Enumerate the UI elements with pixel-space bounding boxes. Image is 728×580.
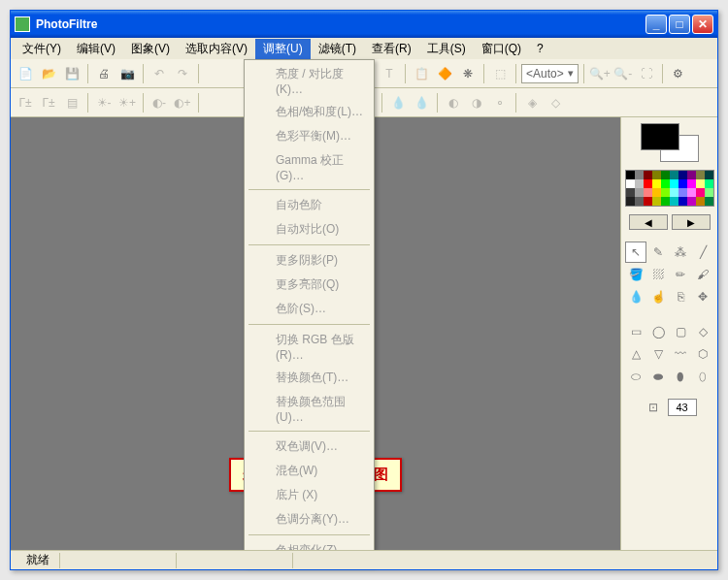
eyedropper-tool[interactable]: ✎ bbox=[647, 242, 669, 263]
palette-cell[interactable] bbox=[687, 188, 696, 197]
menu-file[interactable]: 文件(Y) bbox=[15, 39, 69, 59]
zoom-in-button[interactable]: 🔍+ bbox=[589, 63, 611, 84]
variation-button[interactable]: ◈ bbox=[521, 92, 543, 113]
plugin-button[interactable]: ❋ bbox=[457, 63, 479, 84]
menu-adjust[interactable]: 调整(U) bbox=[255, 39, 311, 59]
palette-cell[interactable] bbox=[687, 197, 696, 206]
color-palette[interactable] bbox=[625, 170, 714, 207]
gamma-plus-button[interactable]: Γ± bbox=[38, 92, 59, 113]
close-button[interactable]: ✕ bbox=[692, 15, 713, 34]
menu-hue-saturation[interactable]: 色相/饱和度(L)… bbox=[247, 100, 372, 124]
blur-button[interactable]: 💧 bbox=[387, 92, 409, 113]
menu-gamma-correct[interactable]: Gamma 校正(G)… bbox=[247, 148, 372, 186]
selection-toggle-button[interactable]: ⬚ bbox=[489, 63, 511, 84]
palette-cell[interactable] bbox=[678, 171, 687, 179]
new-file-button[interactable]: 📄 bbox=[15, 63, 36, 84]
contrast-plus-button[interactable]: ◐+ bbox=[172, 92, 193, 113]
palette-cell[interactable] bbox=[635, 171, 644, 179]
noise-button[interactable]: ⚬ bbox=[489, 92, 511, 113]
zoom-combo[interactable]: <Auto>▾ bbox=[521, 64, 579, 83]
gray-button[interactable]: ◐ bbox=[443, 92, 464, 113]
palette-cell[interactable] bbox=[670, 179, 678, 188]
save-button[interactable]: 💾 bbox=[61, 63, 83, 84]
menu-dither[interactable]: 混色(W) bbox=[247, 459, 372, 483]
palette-cell[interactable] bbox=[670, 197, 678, 206]
zoom-out-button[interactable]: 🔍- bbox=[612, 63, 634, 84]
palette-cell[interactable] bbox=[626, 197, 635, 206]
menu-color-balance[interactable]: 色彩平衡(M)… bbox=[247, 124, 372, 148]
menu-more-highlight[interactable]: 更多亮部(Q) bbox=[247, 273, 372, 297]
settings-button[interactable]: ⚙ bbox=[668, 63, 689, 84]
spray-tool[interactable]: ⛆ bbox=[647, 264, 669, 285]
menu-auto-levels[interactable]: 自动色阶 bbox=[247, 193, 372, 217]
menu-posterize[interactable]: 色调分离(Y)… bbox=[247, 507, 372, 532]
polygon-tool[interactable]: ⬡ bbox=[692, 343, 713, 365]
blur-tool[interactable]: 💧 bbox=[625, 286, 646, 307]
palette-cell[interactable] bbox=[626, 179, 635, 188]
palette-cell[interactable] bbox=[644, 179, 652, 188]
layers-button[interactable]: 📋 bbox=[411, 63, 432, 84]
palette-cell[interactable] bbox=[678, 197, 687, 206]
line-tool[interactable]: ╱ bbox=[692, 242, 713, 263]
brush-tool[interactable]: ✏ bbox=[670, 264, 691, 285]
palette-cell[interactable] bbox=[644, 197, 652, 206]
effects-button[interactable]: 🔶 bbox=[434, 63, 455, 84]
palette-cell[interactable] bbox=[705, 179, 713, 188]
menu-more-shadow[interactable]: 更多阴影(P) bbox=[247, 248, 372, 273]
gamma-minus-button[interactable]: Γ± bbox=[15, 92, 36, 113]
palette-cell[interactable] bbox=[696, 188, 705, 197]
shape4-tool[interactable]: ⬯ bbox=[692, 366, 713, 387]
wand-tool[interactable]: ⁂ bbox=[670, 242, 691, 263]
shape2-tool[interactable]: ⬬ bbox=[647, 366, 669, 387]
palette-cell[interactable] bbox=[670, 171, 678, 179]
menu-edit[interactable]: 编辑(V) bbox=[69, 39, 123, 59]
sharpen-button[interactable]: 💧 bbox=[411, 92, 432, 113]
menu-view[interactable]: 查看(R) bbox=[364, 39, 419, 59]
menu-window[interactable]: 窗口(Q) bbox=[474, 39, 529, 59]
undo-button[interactable]: ↶ bbox=[149, 63, 170, 84]
palette-cell[interactable] bbox=[696, 197, 705, 206]
fill-tool[interactable]: 🪣 bbox=[625, 264, 646, 285]
palette-cell[interactable] bbox=[687, 171, 696, 179]
menu-duotone[interactable]: 双色调(V)… bbox=[247, 435, 372, 459]
palette-cell[interactable] bbox=[705, 171, 713, 179]
palette-cell[interactable] bbox=[696, 179, 705, 188]
palette-cell[interactable] bbox=[678, 179, 687, 188]
palette-cell[interactable] bbox=[652, 188, 661, 197]
rect-select-tool[interactable]: ▭ bbox=[625, 321, 646, 342]
text-button[interactable]: T bbox=[379, 63, 400, 84]
aspect-lock-button[interactable]: ⊡ bbox=[643, 397, 664, 418]
menu-selection[interactable]: 选取内容(V) bbox=[178, 39, 255, 59]
diamond-tool[interactable]: ◇ bbox=[692, 321, 713, 342]
move-tool[interactable]: ✥ bbox=[692, 286, 713, 307]
palette-cell[interactable] bbox=[670, 188, 678, 197]
bright-minus-button[interactable]: ☀- bbox=[93, 92, 115, 113]
advbrush-tool[interactable]: 🖌 bbox=[692, 264, 713, 285]
roundrect-tool[interactable]: ▢ bbox=[670, 321, 691, 342]
triangle2-tool[interactable]: ▽ bbox=[647, 343, 669, 365]
sepia-button[interactable]: ◑ bbox=[466, 92, 487, 113]
triangle-tool[interactable]: △ bbox=[625, 343, 646, 365]
menu-negative[interactable]: 底片 (X) bbox=[247, 483, 372, 507]
menu-replace-color-range[interactable]: 替换颜色范围(U)… bbox=[247, 390, 372, 428]
menu-image[interactable]: 图象(V) bbox=[123, 39, 178, 59]
palette-cell[interactable] bbox=[687, 179, 696, 188]
bright-plus-button[interactable]: ☀+ bbox=[116, 92, 138, 113]
size-value[interactable]: 43 bbox=[668, 399, 697, 416]
ellipse-select-tool[interactable]: ◯ bbox=[647, 321, 669, 342]
palette-cell[interactable] bbox=[652, 171, 661, 179]
redo-button[interactable]: ↷ bbox=[172, 63, 193, 84]
palette-cell[interactable] bbox=[652, 197, 661, 206]
menu-tools[interactable]: 工具(S) bbox=[419, 39, 474, 59]
menu-levels[interactable]: 色阶(S)… bbox=[247, 297, 372, 321]
palette-cell[interactable] bbox=[661, 188, 670, 197]
maximize-button[interactable]: □ bbox=[669, 15, 690, 34]
palette-cell[interactable] bbox=[696, 171, 705, 179]
palette-next-button[interactable]: ▶ bbox=[672, 214, 711, 230]
palette-cell[interactable] bbox=[705, 197, 713, 206]
fullscreen-button[interactable]: ⛶ bbox=[636, 63, 657, 84]
minimize-button[interactable]: _ bbox=[645, 15, 667, 34]
menu-replace-color[interactable]: 替换颜色(T)… bbox=[247, 366, 372, 390]
palette-cell[interactable] bbox=[626, 171, 635, 179]
palette-prev-button[interactable]: ◀ bbox=[629, 214, 668, 230]
